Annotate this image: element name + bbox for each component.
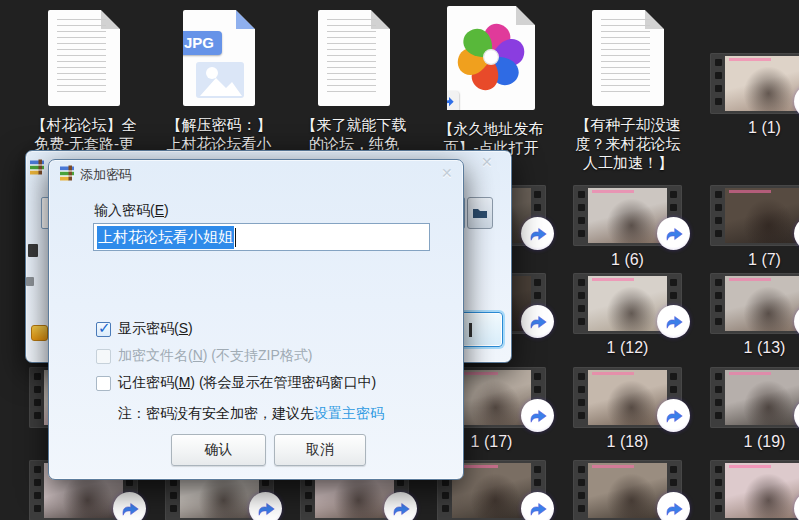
shortcut-arrow-icon	[435, 91, 459, 114]
close-icon[interactable]: ✕	[441, 165, 453, 181]
checkbox-checked-icon[interactable]	[96, 322, 111, 337]
browse-button[interactable]	[467, 197, 493, 229]
play-overlay-icon	[657, 217, 690, 250]
video-thumbnail[interactable]: 1 (18)	[573, 367, 682, 428]
browser-pinwheel-icon	[450, 16, 532, 98]
play-overlay-icon	[521, 399, 554, 432]
filmstrip-holes	[575, 460, 588, 520]
hidden-label-fragment	[28, 244, 38, 257]
video-thumbnail[interactable]	[710, 460, 799, 520]
checkbox-encrypt-filenames: 加密文件名(N) (不支持ZIP格式)	[96, 347, 312, 365]
video-thumbnail[interactable]: 1 (13)	[710, 273, 799, 334]
video-thumbnail[interactable]: 1 (1)	[710, 53, 799, 114]
video-photo	[725, 463, 799, 518]
video-photo	[725, 370, 799, 425]
video-filename: 1 (1)	[710, 119, 799, 137]
html-file-icon	[447, 6, 535, 110]
confirm-button[interactable]: 确认	[171, 434, 266, 466]
play-overlay-icon	[657, 399, 690, 432]
folder-icon	[472, 207, 488, 219]
desktop-icon-label: 【解压密码：】 上村花论坛看小	[157, 115, 281, 153]
video-filename: 1 (7)	[710, 251, 799, 269]
filmstrip-holes	[31, 367, 44, 428]
video-photo	[725, 56, 799, 111]
yellow-icon-fragment	[31, 325, 48, 341]
play-overlay-icon	[521, 217, 554, 250]
hidden-label-fragment	[26, 277, 34, 286]
play-overlay-icon	[249, 492, 282, 520]
desktop-icon-download-forum[interactable]: 【来了就能下载 的论坛，纯免	[292, 10, 416, 153]
document-icon	[592, 10, 664, 106]
video-filename: 1 (6)	[573, 251, 682, 269]
desktop-icon-label: 【村花论坛】全 免费-无套路-更	[22, 115, 146, 153]
document-icon	[318, 10, 390, 106]
video-thumbnail[interactable]: 1 (12)	[573, 273, 682, 334]
video-photo	[588, 188, 667, 243]
video-thumbnail[interactable]: 1 (19)	[710, 367, 799, 428]
filmstrip-holes	[31, 460, 44, 520]
winrar-icon	[59, 165, 75, 181]
document-icon	[48, 10, 120, 106]
filmstrip-holes	[712, 367, 725, 428]
password-field-label: 输入密码(E)	[94, 202, 169, 220]
play-overlay-icon	[657, 492, 690, 520]
filmstrip-holes	[712, 53, 725, 114]
filmstrip-holes	[712, 273, 725, 334]
video-thumbnail[interactable]: 1 (7)	[710, 185, 799, 246]
video-thumbnail[interactable]	[573, 460, 682, 520]
desktop-icon-permanent-address[interactable]: 【永久地址发布 页】-点此打开	[429, 6, 553, 157]
video-photo	[725, 276, 799, 331]
checkbox-disabled-icon	[96, 349, 111, 364]
play-overlay-icon	[521, 492, 554, 520]
desktop-icon-label: 【有种子却没速 度？来村花论坛 人工加速！】	[566, 115, 690, 172]
video-photo	[588, 463, 667, 518]
cancel-button[interactable]: 取消	[274, 434, 366, 466]
video-filename: 1 (12)	[573, 339, 682, 357]
play-overlay-icon	[521, 305, 554, 338]
desktop-icon-unzip-password[interactable]: JPG 【解压密码：】 上村花论坛看小	[157, 10, 281, 153]
desktop-icon-forum[interactable]: 【村花论坛】全 免费-无套路-更	[22, 10, 146, 153]
text-caret	[235, 228, 236, 247]
filmstrip-holes	[575, 367, 588, 428]
dialog-title: 添加密码	[80, 166, 132, 184]
password-input[interactable]: 上村花论坛看小姐姐	[93, 223, 430, 251]
security-note: 注：密码没有安全加密，建议先设置主密码	[118, 405, 384, 423]
video-photo	[588, 370, 667, 425]
selected-password-text: 上村花论坛看小姐姐	[97, 226, 234, 249]
password-dialog-titlebar[interactable]: 添加密码 ✕	[49, 160, 463, 186]
video-photo	[588, 276, 667, 331]
jpg-file-icon: JPG	[183, 10, 255, 106]
video-filename: 1 (13)	[710, 339, 799, 357]
filmstrip-holes	[575, 185, 588, 246]
desktop-icon-label: 【来了就能下载 的论坛，纯免	[292, 115, 416, 153]
video-filename: 1 (18)	[573, 433, 682, 451]
play-overlay-icon	[384, 492, 417, 520]
filmstrip-holes	[575, 273, 588, 334]
video-photo	[725, 188, 799, 243]
desktop-icon-seed-accelerate[interactable]: 【有种子却没速 度？来村花论坛 人工加速！】	[566, 10, 690, 172]
image-placeholder-icon	[196, 62, 244, 98]
play-overlay-icon	[113, 492, 146, 520]
video-filename: 1 (19)	[710, 433, 799, 451]
checkbox-unchecked-icon[interactable]	[96, 376, 111, 391]
winrar-icon	[29, 159, 45, 175]
filmstrip-holes	[712, 460, 725, 520]
filmstrip-holes	[712, 185, 725, 246]
checkbox-show-password[interactable]: 显示密码(S)	[96, 320, 193, 338]
set-master-password-link[interactable]: 设置主密码	[314, 405, 384, 421]
play-overlay-icon	[657, 305, 690, 338]
add-password-dialog: 添加密码 ✕ 输入密码(E) 上村花论坛看小姐姐 显示密码(S) 加密文件名(N…	[48, 159, 464, 480]
jpg-badge: JPG	[176, 31, 222, 55]
close-icon[interactable]: ✕	[481, 154, 493, 170]
checkbox-remember-password[interactable]: 记住密码(M) (将会显示在管理密码窗口中)	[96, 374, 376, 392]
video-thumbnail[interactable]: 1 (6)	[573, 185, 682, 246]
